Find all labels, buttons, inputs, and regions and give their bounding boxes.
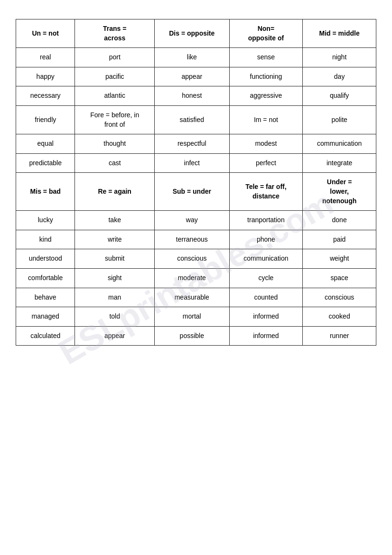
table-row: friendlyFore = before, infront ofsatisfi… (16, 105, 376, 134)
header-col4: Non=opposite of (229, 19, 303, 48)
cell-r4-c3: modest (229, 134, 303, 154)
cell-r1-c2: appear (155, 67, 229, 86)
cell-r2-c1: atlantic (75, 86, 155, 106)
cell-r13-c2: possible (155, 326, 229, 346)
cell-r4-c1: thought (75, 134, 155, 154)
table-row: managedtoldmortalinformedcooked (16, 307, 376, 327)
table-row: realportlikesensenight (16, 48, 376, 67)
cell-r13-c4: runner (303, 326, 376, 346)
cell-r2-c4: qualify (303, 86, 376, 106)
prefix-table: Un = notTrans =acrossDis = oppositeNon=o… (16, 19, 376, 346)
cell-r5-c1: cast (75, 153, 155, 173)
cell-r6-c1: Re = again (75, 173, 155, 211)
cell-r6-c3: Tele = far off,distance (229, 173, 303, 211)
cell-r2-c0: necessary (16, 86, 75, 106)
header-row: Un = notTrans =acrossDis = oppositeNon=o… (16, 19, 376, 48)
table-row: kindwriteterraneousphonepaid (16, 230, 376, 249)
cell-r1-c1: pacific (75, 67, 155, 86)
cell-r1-c4: day (303, 67, 376, 86)
cell-r13-c3: informed (229, 326, 303, 346)
table-row: happypacificappearfunctioningday (16, 67, 376, 86)
table-wrapper: Un = notTrans =acrossDis = oppositeNon=o… (16, 19, 376, 346)
cell-r3-c3: Im = not (229, 105, 303, 134)
table-row: predictablecastinfectperfectintegrate (16, 153, 376, 173)
cell-r0-c2: like (155, 48, 229, 67)
cell-r12-c3: informed (229, 307, 303, 327)
cell-r7-c2: way (155, 211, 229, 230)
cell-r10-c0: comfortable (16, 268, 75, 288)
cell-r8-c0: kind (16, 230, 75, 249)
cell-r9-c3: communication (229, 249, 303, 269)
cell-r9-c1: submit (75, 249, 155, 269)
cell-r4-c2: respectful (155, 134, 229, 154)
cell-r12-c1: told (75, 307, 155, 327)
cell-r12-c0: managed (16, 307, 75, 327)
cell-r10-c2: moderate (155, 268, 229, 288)
cell-r0-c4: night (303, 48, 376, 67)
cell-r1-c0: happy (16, 67, 75, 86)
cell-r8-c1: write (75, 230, 155, 249)
cell-r0-c1: port (75, 48, 155, 67)
cell-r8-c4: paid (303, 230, 376, 249)
cell-r11-c3: counted (229, 288, 303, 307)
cell-r11-c0: behave (16, 288, 75, 307)
table-row: equalthoughtrespectfulmodestcommunicatio… (16, 134, 376, 154)
cell-r9-c2: conscious (155, 249, 229, 269)
cell-r11-c2: measurable (155, 288, 229, 307)
table-row: understoodsubmitconsciouscommunicationwe… (16, 249, 376, 269)
cell-r1-c3: functioning (229, 67, 303, 86)
cell-r3-c1: Fore = before, infront of (75, 105, 155, 134)
cell-r10-c1: sight (75, 268, 155, 288)
cell-r13-c1: appear (75, 326, 155, 346)
cell-r6-c0: Mis = bad (16, 173, 75, 211)
cell-r12-c4: cooked (303, 307, 376, 327)
header-col1: Un = not (16, 19, 75, 48)
cell-r5-c3: perfect (229, 153, 303, 173)
table-row: luckytakewaytranportationdone (16, 211, 376, 230)
cell-r12-c2: mortal (155, 307, 229, 327)
cell-r0-c0: real (16, 48, 75, 67)
cell-r7-c3: tranportation (229, 211, 303, 230)
cell-r9-c0: understood (16, 249, 75, 269)
cell-r2-c2: honest (155, 86, 229, 106)
cell-r7-c4: done (303, 211, 376, 230)
table-row: comfortablesightmoderatecyclespace (16, 268, 376, 288)
cell-r11-c4: conscious (303, 288, 376, 307)
cell-r8-c3: phone (229, 230, 303, 249)
cell-r6-c2: Sub = under (155, 173, 229, 211)
header-col2: Trans =across (75, 19, 155, 48)
cell-r5-c0: predictable (16, 153, 75, 173)
cell-r2-c3: aggressive (229, 86, 303, 106)
header-col3: Dis = opposite (155, 19, 229, 48)
table-row: necessaryatlantichonestaggressivequalify (16, 86, 376, 106)
table-row: Mis = badRe = againSub = underTele = far… (16, 173, 376, 211)
cell-r8-c2: terraneous (155, 230, 229, 249)
cell-r11-c1: man (75, 288, 155, 307)
cell-r6-c4: Under =lower,notenough (303, 173, 376, 211)
cell-r13-c0: calculated (16, 326, 75, 346)
table-row: behavemanmeasurablecountedconscious (16, 288, 376, 307)
cell-r4-c0: equal (16, 134, 75, 154)
cell-r3-c2: satisfied (155, 105, 229, 134)
cell-r10-c3: cycle (229, 268, 303, 288)
cell-r7-c0: lucky (16, 211, 75, 230)
cell-r3-c4: polite (303, 105, 376, 134)
cell-r5-c4: integrate (303, 153, 376, 173)
cell-r5-c2: infect (155, 153, 229, 173)
cell-r10-c4: space (303, 268, 376, 288)
cell-r4-c4: communication (303, 134, 376, 154)
header-col5: Mid = middle (303, 19, 376, 48)
cell-r3-c0: friendly (16, 105, 75, 134)
table-row: calculatedappearpossibleinformedrunner (16, 326, 376, 346)
cell-r7-c1: take (75, 211, 155, 230)
cell-r0-c3: sense (229, 48, 303, 67)
cell-r9-c4: weight (303, 249, 376, 269)
